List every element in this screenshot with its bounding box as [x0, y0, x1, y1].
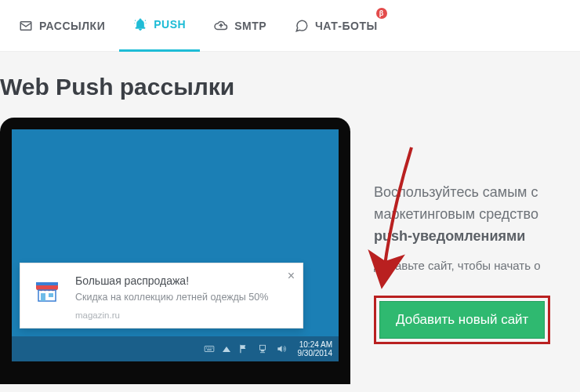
notification-close-button[interactable]: ×: [288, 270, 295, 282]
nav-label: SMTP: [234, 20, 266, 32]
nav-label: РАССЫЛКИ: [39, 20, 105, 32]
promo-text-line2: маркетинговым средство: [374, 204, 580, 226]
right-column: Воспользуйтесь самым с маркетинговым сре…: [374, 118, 580, 384]
svg-rect-7: [208, 347, 208, 348]
svg-rect-6: [205, 347, 206, 348]
notification-app-icon: [30, 274, 64, 320]
nav-item-mailings[interactable]: РАССЫЛКИ: [5, 0, 119, 52]
svg-rect-11: [259, 345, 265, 350]
svg-rect-1: [36, 282, 58, 285]
svg-rect-9: [211, 347, 212, 348]
nav-label: ЧАТ-БОТЫ: [315, 20, 378, 32]
nav-item-push[interactable]: PUSH: [119, 0, 200, 52]
tray-expand-icon[interactable]: [223, 347, 230, 352]
notification-text: Скидка на коллекцию летней одежды 50%: [75, 292, 293, 303]
cloud-icon: [214, 19, 228, 33]
windows-taskbar: 10:24 AM 9/30/2014: [12, 336, 339, 361]
page-title: Web Push рассылки: [0, 52, 580, 118]
keyboard-icon: [204, 343, 215, 354]
promo-text-bold: push-уведомлениями: [374, 226, 580, 248]
nav-item-chatbots[interactable]: ЧАТ-БОТЫ β: [281, 0, 392, 52]
top-nav: РАССЫЛКИ PUSH SMTP ЧАТ-БОТЫ β: [0, 0, 580, 52]
add-site-button[interactable]: Добавить новый сайт: [379, 301, 545, 339]
notification-domain: magazin.ru: [75, 310, 293, 320]
volume-icon: [276, 343, 287, 354]
beta-badge: β: [376, 8, 387, 19]
svg-rect-5: [205, 347, 214, 352]
promo-text-line1: Воспользуйтесь самым с: [374, 182, 580, 204]
chat-icon: [295, 19, 309, 33]
shop-icon: [33, 278, 61, 306]
taskbar-time: 10:24 AM: [298, 340, 333, 350]
network-icon: [257, 343, 268, 354]
nav-item-smtp[interactable]: SMTP: [200, 0, 281, 52]
taskbar-date: 9/30/2014: [298, 349, 333, 358]
bell-icon: [133, 17, 147, 31]
laptop-screen: Большая распродажа! Скидка на коллекцию …: [12, 129, 339, 361]
svg-rect-4: [49, 293, 53, 297]
flag-icon: [238, 343, 249, 354]
laptop-mockup: Большая распродажа! Скидка на коллекцию …: [0, 118, 350, 384]
taskbar-clock[interactable]: 10:24 AM 9/30/2014: [295, 340, 333, 358]
svg-rect-10: [207, 350, 212, 350]
svg-rect-8: [209, 347, 210, 348]
envelope-icon: [19, 19, 33, 33]
push-notification: Большая распродажа! Скидка на коллекцию …: [20, 263, 303, 328]
notification-body: Большая распродажа! Скидка на коллекцию …: [75, 274, 293, 320]
main-content: Большая распродажа! Скидка на коллекцию …: [0, 118, 580, 384]
svg-rect-3: [41, 293, 45, 301]
notification-title: Большая распродажа!: [75, 274, 293, 287]
promo-subtext: Добавьте сайт, чтобы начать о: [374, 259, 580, 272]
cta-highlight-box: Добавить новый сайт: [374, 296, 550, 344]
nav-label: PUSH: [154, 18, 186, 31]
